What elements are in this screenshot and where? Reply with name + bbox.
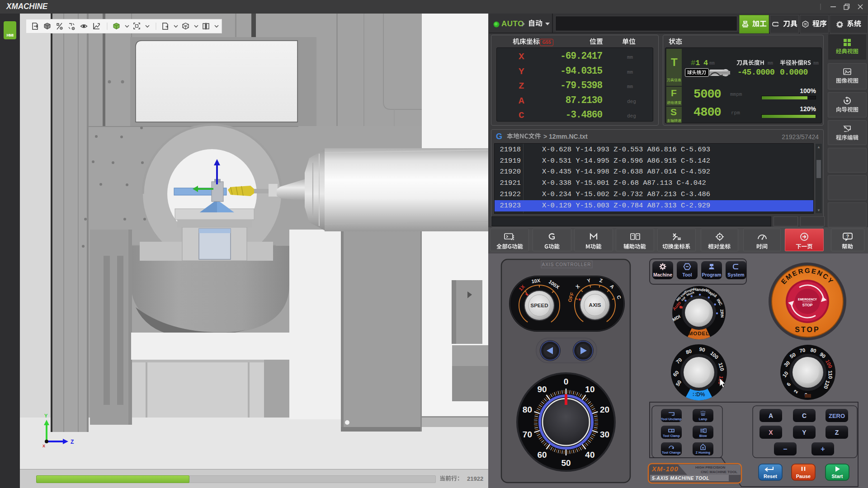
svg-text:System: System xyxy=(727,272,744,277)
svg-text:Z: Z xyxy=(835,429,839,436)
svg-text:Z Homing: Z Homing xyxy=(696,451,710,455)
svg-text:STOP: STOP xyxy=(802,303,813,307)
svg-text:?: ? xyxy=(846,234,849,239)
svg-text:Tool Change: Tool Change xyxy=(662,451,681,455)
svg-text:Blow: Blow xyxy=(699,434,707,437)
svg-text:X: X xyxy=(42,444,45,448)
svg-text:SPEED: SPEED xyxy=(531,303,548,308)
svg-text:Pause: Pause xyxy=(796,474,811,479)
svg-text:X: X xyxy=(769,429,773,436)
svg-text:90: 90 xyxy=(538,385,547,394)
svg-text:110: 110 xyxy=(827,371,833,379)
svg-text:70: 70 xyxy=(523,430,532,439)
svg-text:40: 40 xyxy=(585,450,594,460)
svg-text:Y: Y xyxy=(44,413,48,418)
svg-text:Lamp: Lamp xyxy=(699,418,708,421)
svg-text:Tool Clamp: Tool Clamp xyxy=(663,434,680,438)
svg-text:30: 30 xyxy=(600,430,609,439)
svg-text:STOP: STOP xyxy=(795,326,820,333)
svg-text:90: 90 xyxy=(699,346,706,352)
svg-text:MODEL: MODEL xyxy=(689,331,710,336)
svg-text:–: – xyxy=(783,445,788,453)
svg-text:Tool: Tool xyxy=(682,272,692,277)
svg-text:HIGH PRECISION: HIGH PRECISION xyxy=(695,465,725,469)
svg-text:60: 60 xyxy=(538,450,547,460)
svg-text:Tool Unclamp: Tool Unclamp xyxy=(661,418,682,421)
svg-text:Z: Z xyxy=(71,439,74,445)
svg-text:Reset: Reset xyxy=(764,474,777,479)
svg-text:Handel: Handel xyxy=(693,287,707,292)
svg-text:ZERO: ZERO xyxy=(829,413,845,419)
svg-text:80: 80 xyxy=(523,405,532,414)
svg-text:20: 20 xyxy=(600,405,609,414)
svg-text:AXIS: AXIS xyxy=(589,302,601,308)
svg-text:0: 0 xyxy=(564,377,569,386)
svg-text:Machine: Machine xyxy=(653,272,672,277)
svg-text:XM-100: XM-100 xyxy=(651,465,679,473)
svg-text:10: 10 xyxy=(585,385,594,394)
svg-text:C: C xyxy=(802,412,807,419)
svg-text:Start: Start xyxy=(831,474,843,479)
svg-text:+: + xyxy=(821,445,825,453)
svg-text:Y: Y xyxy=(802,429,807,436)
svg-text:AXIS CONTROLLER: AXIS CONTROLLER xyxy=(542,262,591,267)
svg-text:ZRN: ZRN xyxy=(719,309,725,318)
svg-text:EMERGENCY: EMERGENCY xyxy=(798,298,817,301)
svg-text:70: 70 xyxy=(799,347,806,353)
svg-text:CNC MACHINE TOOL: CNC MACHINE TOOL xyxy=(701,470,737,474)
svg-text:A: A xyxy=(769,412,773,419)
svg-text:∷D%: ∷D% xyxy=(693,391,705,398)
svg-text:5-AXIS MACHINE TOOL: 5-AXIS MACHINE TOOL xyxy=(652,475,709,481)
svg-text:50: 50 xyxy=(561,458,571,468)
svg-text:Program: Program xyxy=(702,272,721,277)
